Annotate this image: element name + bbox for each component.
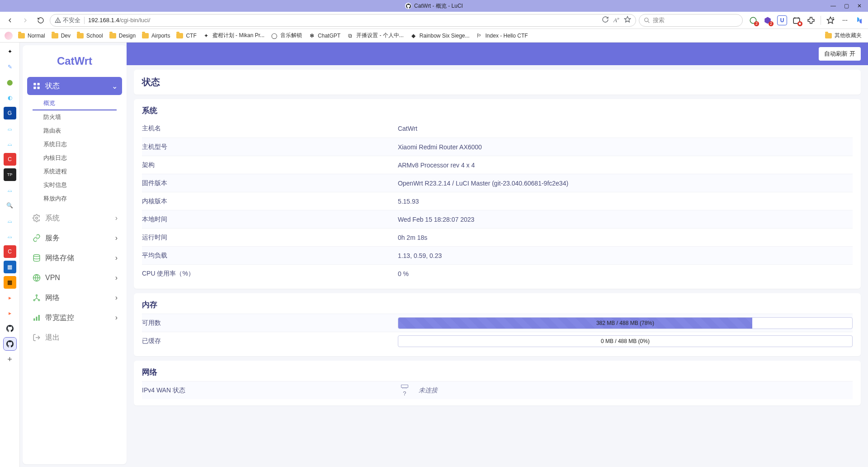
top-strip: 自动刷新 开 bbox=[127, 43, 868, 65]
window-maximize[interactable]: ▢ bbox=[844, 3, 849, 9]
ext-icon-2[interactable]: 2 bbox=[763, 15, 773, 25]
vtab-15[interactable]: ▦ bbox=[4, 261, 16, 273]
bookmark-overflow[interactable]: 其他收藏夹 bbox=[822, 30, 864, 41]
vtab-14[interactable]: C bbox=[4, 245, 16, 258]
bookmark-item-2[interactable]: School bbox=[74, 31, 106, 40]
bookmark-label: School bbox=[86, 33, 103, 39]
vtab-8[interactable]: C bbox=[4, 153, 16, 166]
memory-available-key: 可用数 bbox=[142, 319, 398, 327]
sidebar-item-label: 状态 bbox=[45, 81, 60, 91]
subnav-item-0[interactable]: 概览 bbox=[33, 97, 117, 110]
vtab-add[interactable]: + bbox=[4, 353, 16, 366]
vtab-7[interactable]: ⌓ bbox=[4, 138, 16, 150]
back-button[interactable] bbox=[4, 14, 16, 27]
subnav-item-6[interactable]: 实时信息 bbox=[33, 178, 117, 192]
reader-icon[interactable]: A» bbox=[613, 16, 619, 24]
subnav-item-4[interactable]: 内核日志 bbox=[33, 151, 117, 165]
bookmark-item-9[interactable]: ⧉开播设置 - 个人中... bbox=[344, 30, 406, 41]
extensions-icon[interactable] bbox=[806, 15, 816, 25]
favorite-icon[interactable] bbox=[624, 16, 631, 24]
vtab-2[interactable]: ✎ bbox=[4, 61, 16, 73]
vtab-11[interactable]: 🔍 bbox=[4, 199, 16, 212]
reload-button[interactable] bbox=[34, 14, 47, 27]
logo[interactable]: CatWrt bbox=[23, 45, 127, 77]
svg-rect-14 bbox=[33, 319, 35, 321]
vtab-18[interactable]: ▸ bbox=[4, 307, 16, 319]
system-key: 主机型号 bbox=[142, 143, 398, 151]
vtab-1[interactable]: ✦ bbox=[4, 45, 16, 58]
wan-status-row: IPv4 WAN 状态 ? 未连接 bbox=[142, 381, 853, 399]
system-key: 内核版本 bbox=[142, 197, 398, 205]
svg-rect-6 bbox=[33, 87, 36, 89]
system-row-0: 主机名CatWrt bbox=[142, 119, 853, 138]
forward-button[interactable] bbox=[19, 14, 32, 27]
vtab-current[interactable] bbox=[4, 338, 16, 350]
bookmark-item-3[interactable]: Design bbox=[107, 31, 138, 40]
system-key: 主机名 bbox=[142, 124, 398, 133]
subnav-item-2[interactable]: 路由表 bbox=[33, 124, 117, 138]
window-close[interactable]: ✕ bbox=[857, 3, 862, 9]
system-value: 0h 2m 18s bbox=[398, 234, 853, 241]
network-title: 网络 bbox=[142, 367, 853, 377]
vtab-5[interactable]: G bbox=[4, 107, 16, 119]
bookmark-favicon: ❃ bbox=[308, 32, 315, 39]
sidebar-item-0[interactable]: 状态⌄ bbox=[27, 77, 122, 95]
sidebar-item-2[interactable]: 服务› bbox=[27, 229, 122, 247]
subnav-item-5[interactable]: 系统进程 bbox=[33, 165, 117, 178]
bookmark-item-11[interactable]: 🏳Index - Hello CTF bbox=[473, 31, 531, 40]
vtab-19[interactable] bbox=[4, 322, 16, 335]
vtab-13[interactable]: ⌓ bbox=[4, 230, 16, 243]
memory-available-row: 可用数 382 MB / 488 MB (78%) bbox=[142, 314, 853, 332]
address-bar[interactable]: 不安全 192.168.1.4/cgi-bin/luci/ A» bbox=[50, 14, 636, 27]
bookmark-item-1[interactable]: Dev bbox=[49, 31, 73, 40]
bookmark-item-6[interactable]: ✦蜜柑计划 - Mikan Pr... bbox=[200, 30, 267, 41]
bookmark-item-0[interactable]: Normal bbox=[15, 31, 48, 40]
svg-point-0 bbox=[58, 21, 58, 22]
vertical-tabs: ✦ ✎ ⬤ ◐ G ⌓ ⌓ C TP ⌓ 🔍 ⌓ ⌓ C ▦ ▦ ▸ ▸ + bbox=[0, 43, 20, 467]
copilot-icon[interactable] bbox=[854, 15, 864, 25]
bookmark-item-10[interactable]: ◆Rainbow Six Siege... bbox=[407, 31, 472, 40]
vtab-12[interactable]: ⌓ bbox=[4, 214, 16, 227]
bookmark-item-7[interactable]: ◯音乐解锁 bbox=[268, 30, 305, 41]
ext-icon-1[interactable]: 2 bbox=[748, 15, 758, 25]
ext-icon-3[interactable]: U bbox=[777, 15, 787, 25]
wan-interface-icon: ? bbox=[398, 384, 411, 397]
bookmark-item-5[interactable]: CTF bbox=[174, 31, 199, 40]
browser-search[interactable]: 搜索 bbox=[639, 14, 743, 27]
menu-icon[interactable]: ⋯ bbox=[840, 15, 850, 25]
bookmark-item-4[interactable]: Airports bbox=[139, 31, 173, 40]
svg-rect-4 bbox=[33, 83, 36, 85]
window-titlebar: CatWrt - 概览 - LuCI — ▢ ✕ bbox=[0, 0, 868, 12]
vtab-4[interactable]: ◐ bbox=[4, 91, 16, 104]
favorites-menu-icon[interactable] bbox=[826, 15, 835, 25]
globe-icon bbox=[33, 274, 41, 282]
sidebar-item-6[interactable]: 带宽监控› bbox=[27, 309, 122, 327]
chevron-icon: ⌄ bbox=[112, 82, 118, 91]
bookmark-item-8[interactable]: ❃ChatGPT bbox=[306, 31, 343, 40]
vtab-3[interactable]: ⬤ bbox=[4, 76, 16, 89]
vtab-6[interactable]: ⌓ bbox=[4, 122, 16, 135]
vtab-9[interactable]: TP bbox=[4, 168, 16, 181]
vtab-16[interactable]: ▦ bbox=[4, 276, 16, 289]
insecure-label: 不安全 bbox=[63, 16, 80, 24]
signal-icon bbox=[33, 314, 41, 322]
vtab-10[interactable]: ⌓ bbox=[4, 184, 16, 196]
sidebar-item-7[interactable]: 退出 bbox=[27, 329, 122, 347]
sidebar-item-1[interactable]: 系统› bbox=[27, 209, 122, 227]
sidebar-item-4[interactable]: VPN› bbox=[27, 269, 122, 287]
vtab-17[interactable]: ▸ bbox=[4, 291, 16, 304]
subnav-item-3[interactable]: 系统日志 bbox=[33, 138, 117, 151]
subnav-item-1[interactable]: 防火墙 bbox=[33, 110, 117, 124]
ext-icon-4[interactable]: ■ bbox=[792, 15, 802, 25]
sidebar-item-label: 系统 bbox=[45, 214, 60, 223]
sidebar-item-5[interactable]: 网络› bbox=[27, 289, 122, 307]
auto-refresh-button[interactable]: 自动刷新 开 bbox=[819, 47, 861, 61]
subnav-item-7[interactable]: 释放内存 bbox=[33, 192, 117, 205]
system-row-8: CPU 使用率（%）0 % bbox=[142, 264, 853, 282]
profile-avatar[interactable] bbox=[4, 29, 14, 42]
sidebar-item-3[interactable]: 网络存储› bbox=[27, 249, 122, 267]
chevron-icon: › bbox=[115, 234, 118, 242]
bookmark-label: Airports bbox=[151, 33, 170, 39]
window-minimize[interactable]: — bbox=[830, 3, 836, 9]
sync-icon[interactable] bbox=[602, 16, 609, 24]
